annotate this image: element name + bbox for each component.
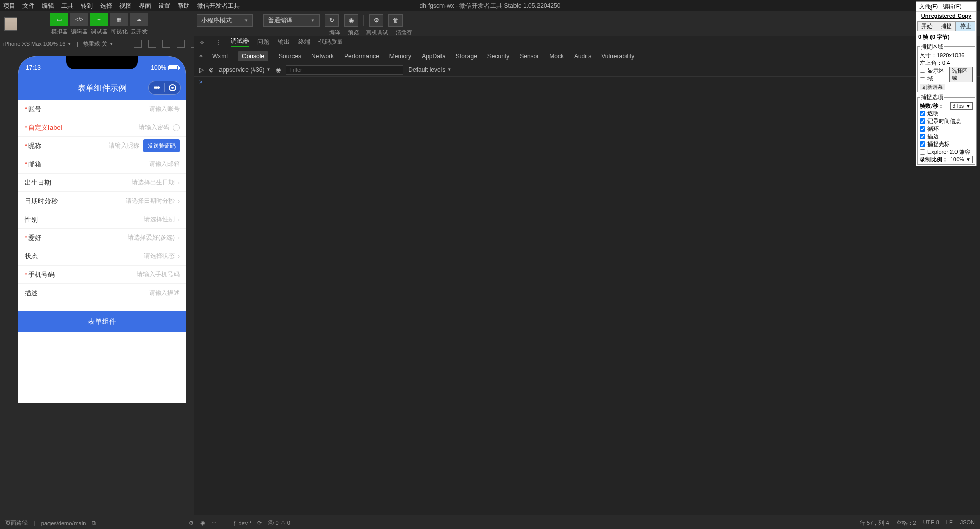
tab-performance[interactable]: Performance [344,53,379,60]
fps-select[interactable]: 3 fps ▼ [950,102,973,110]
play-icon[interactable]: ▷ [199,66,204,74]
filter-input[interactable] [286,65,403,75]
more-icon[interactable]: ⋯ [211,520,217,526]
tab-audits[interactable]: Audits [574,53,591,60]
capture-capture-button[interactable]: 捕捉 [937,22,957,31]
capture-option[interactable]: 记录时间信息 [920,117,973,125]
submit-button[interactable]: 表单组件 [18,311,186,332]
tab-vulnerability[interactable]: Vulnerability [601,53,634,60]
levels-select[interactable]: Default levels ▼ [408,66,451,74]
menu-item[interactable]: 微信开发者工具 [197,2,240,10]
device-select[interactable]: iPhone XS Max 100% 16▼ [3,41,71,47]
tab-sources[interactable]: Sources [279,53,301,60]
menu-item[interactable]: 选择 [100,2,112,10]
show-region-check[interactable]: 显示区域 选择区域 [920,67,973,82]
hot-reload-toggle[interactable]: 热重载 关▼ [83,40,113,48]
capture-start-button[interactable]: 开始 [918,22,937,31]
tab-security[interactable]: Security [487,53,509,60]
tab-console[interactable]: Console [238,51,268,61]
tab-mock[interactable]: Mock [549,53,564,60]
capture-option[interactable]: 循环 [920,125,973,133]
tab-memory[interactable]: Memory [389,53,411,60]
tab-terminal[interactable]: 终端 [298,38,310,46]
send-code-button[interactable]: 发送验证码 [143,139,180,152]
preview-button[interactable]: ◉ [344,14,358,27]
menu-item[interactable]: 视图 [119,2,132,10]
capture-option[interactable]: 描边 [920,133,973,140]
inspect-icon[interactable]: ⌖ [199,53,203,60]
remote-debug-button[interactable]: ⚙ [369,14,383,27]
form-row[interactable]: *手机号码请输入手机号码 [18,266,186,284]
menu-item[interactable]: 编辑 [42,2,54,10]
screenshot-icon[interactable] [148,40,156,48]
form-row[interactable]: 性别请选择性别› [18,210,186,229]
eol[interactable]: LF [946,519,953,527]
problems-badge[interactable]: ⓪ 0 △ 0 [268,519,290,527]
simulator-toggle[interactable]: ▭ [50,13,68,26]
menu-item[interactable]: 工具 [61,2,74,10]
indent[interactable]: 空格：2 [896,519,916,527]
sync-icon[interactable]: ⟳ [257,520,262,526]
refresh-screen-button[interactable]: 刷新屏幕 [920,84,945,90]
context-select[interactable]: appservice (#36) ▼ [219,66,271,74]
cursor-pos[interactable]: 行 57，列 4 [860,519,889,527]
lang-mode[interactable]: JSON [960,519,975,527]
form-row[interactable]: *自定义label请输入密码 [18,118,186,137]
clear-cache-button[interactable]: 🗑 [388,14,403,27]
copy-icon[interactable]: ⧉ [92,520,96,526]
capture-stop-button[interactable]: 停止 [956,22,975,31]
tab-storage[interactable]: Storage [456,53,477,60]
editor-toggle[interactable]: </> [70,13,88,26]
visual-toggle[interactable]: ▦ [110,13,128,26]
capture-option[interactable]: Explorer 2.0 兼容 [920,148,973,156]
menu-item[interactable]: 文件 [22,2,35,10]
mute-icon[interactable] [134,40,142,48]
compile-button[interactable]: ↻ [325,14,339,27]
form-row[interactable]: *爱好请选择爱好(多选)› [18,229,186,247]
form-row[interactable]: 日期时分秒请选择日期时分秒› [18,192,186,210]
capture-option[interactable]: 捕捉光标 [920,140,973,148]
form-row[interactable]: 描述请输入描述 [18,284,186,302]
tab-debugger[interactable]: 调试器 [231,37,249,47]
location-icon[interactable] [173,124,180,131]
form-row[interactable]: 状态请选择状态› [18,247,186,266]
menu-item[interactable]: 项目 [3,2,15,10]
menu-item[interactable]: 界面 [139,2,151,10]
page-path-label[interactable]: 页面路径 [5,519,28,527]
form-row[interactable]: *邮箱请输入邮箱 [18,155,186,174]
capsule-more-icon[interactable]: ••• [149,83,165,92]
eye-icon[interactable]: ◉ [276,66,281,74]
tab-codequality[interactable]: 代码质量 [318,38,343,46]
menu-item[interactable]: 转到 [81,2,93,10]
rotate-icon[interactable] [162,40,170,48]
capsule-menu[interactable]: ••• [148,81,181,95]
select-region-button[interactable]: 选择区域 [949,67,973,82]
capsule-close-icon[interactable] [165,84,181,91]
form-row[interactable]: *昵称请输入昵称发送验证码 [18,137,186,155]
capture-option[interactable]: 透明 [920,110,973,117]
menu-item[interactable]: 设置 [158,2,170,10]
tab-problems[interactable]: 问题 [257,38,270,46]
form-row[interactable]: *账号请输入账号 [18,100,186,118]
menu-item[interactable]: 帮助 [178,2,190,10]
tab-wxml[interactable]: Wxml [212,53,228,60]
tab-network[interactable]: Network [311,53,334,60]
branch-indicator[interactable]: ᚶ dev * [233,520,251,526]
tab-output[interactable]: 输出 [278,38,290,46]
cloud-toggle[interactable]: ☁ [130,13,148,26]
capture-menu-edit[interactable]: 编辑(E) [943,3,962,10]
tab-sensor[interactable]: Sensor [520,53,539,60]
form-row[interactable]: 出生日期请选择出生日期› [18,174,186,192]
eye-icon[interactable]: ◉ [200,520,205,526]
cut-icon[interactable] [177,40,185,48]
clear-icon[interactable]: ⊘ [209,66,214,74]
console-body[interactable]: > [194,77,980,515]
ratio-select[interactable]: 100% ▼ [949,156,973,163]
debugger-toggle[interactable]: ⌁ [90,13,108,26]
perf-icon[interactable]: ⚙ [189,520,194,526]
tab-appdata[interactable]: AppData [422,53,446,60]
compile-dropdown[interactable]: 普通编译▼ [263,14,320,27]
capture-tool-window[interactable]: 文件(F) 编辑(E) Unregistered Copy 开始 捕捉 停止 0… [916,1,977,166]
encoding[interactable]: UTF-8 [923,519,939,527]
page-path[interactable]: pages/demo/main [41,520,86,526]
